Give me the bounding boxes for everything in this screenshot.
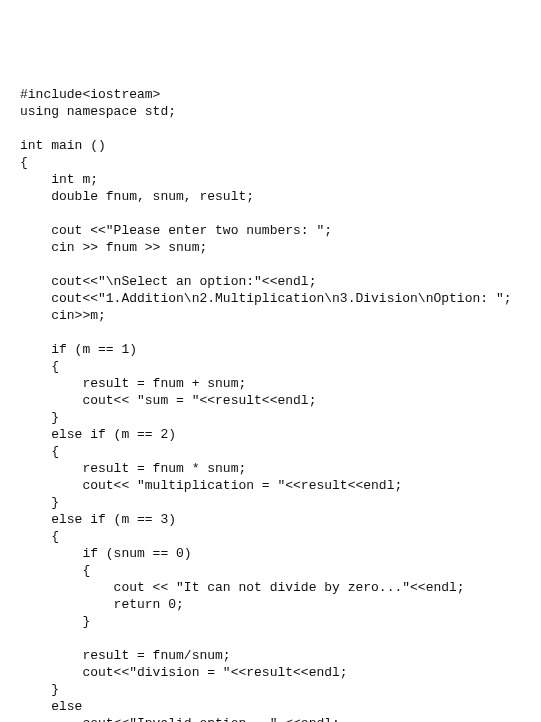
code-line: cout<<"division = "<<result<<endl; [20, 664, 521, 681]
code-line: if (snum == 0) [20, 545, 521, 562]
code-line: else if (m == 3) [20, 511, 521, 528]
code-line: { [20, 562, 521, 579]
code-line: int main () [20, 137, 521, 154]
code-line [20, 630, 521, 647]
code-line: cout << "It can not divide by zero..."<<… [20, 579, 521, 596]
code-line: cout<<"\nSelect an option:"<<endl; [20, 273, 521, 290]
code-line: int m; [20, 171, 521, 188]
code-line: double fnum, snum, result; [20, 188, 521, 205]
code-line: { [20, 528, 521, 545]
code-block: #include<iostream>using namespace std; i… [20, 86, 521, 722]
code-line: using namespace std; [20, 103, 521, 120]
code-line: else [20, 698, 521, 715]
code-line: } [20, 409, 521, 426]
code-line: { [20, 443, 521, 460]
code-line: cout<< "sum = "<<result<<endl; [20, 392, 521, 409]
code-line: cout<<"Invalid option..." <<endl; [20, 715, 521, 722]
code-line: cout <<"Please enter two numbers: "; [20, 222, 521, 239]
code-line: cout<< "multiplication = "<<result<<endl… [20, 477, 521, 494]
code-line: if (m == 1) [20, 341, 521, 358]
code-line: cout<<"1.Addition\n2.Multiplication\n3.D… [20, 290, 521, 307]
code-line: } [20, 613, 521, 630]
code-line: else if (m == 2) [20, 426, 521, 443]
code-line: result = fnum/snum; [20, 647, 521, 664]
code-line: return 0; [20, 596, 521, 613]
code-line: cin >> fnum >> snum; [20, 239, 521, 256]
code-line [20, 205, 521, 222]
code-line: } [20, 494, 521, 511]
code-line [20, 120, 521, 137]
code-line [20, 324, 521, 341]
code-line: cin>>m; [20, 307, 521, 324]
code-line: { [20, 154, 521, 171]
code-line: #include<iostream> [20, 86, 521, 103]
code-line: result = fnum + snum; [20, 375, 521, 392]
code-line [20, 256, 521, 273]
code-line: } [20, 681, 521, 698]
code-line: result = fnum * snum; [20, 460, 521, 477]
code-line: { [20, 358, 521, 375]
